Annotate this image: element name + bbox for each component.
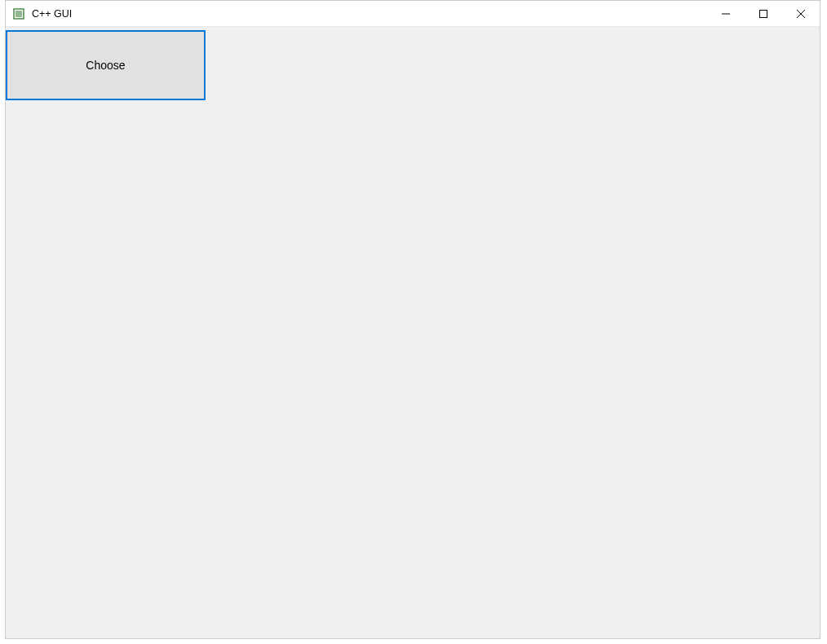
maximize-button[interactable] [745, 1, 782, 27]
svg-rect-3 [760, 11, 767, 18]
window-controls [707, 1, 820, 26]
titlebar: C++ GUI [6, 1, 820, 27]
minimize-button[interactable] [707, 1, 745, 27]
choose-button[interactable]: Choose [6, 30, 206, 100]
client-area: Choose [6, 27, 820, 638]
close-button[interactable] [782, 1, 820, 27]
app-window: C++ GUI Choose [5, 0, 820, 639]
app-icon [12, 7, 25, 20]
svg-rect-1 [15, 11, 22, 17]
window-title: C++ GUI [32, 8, 707, 20]
